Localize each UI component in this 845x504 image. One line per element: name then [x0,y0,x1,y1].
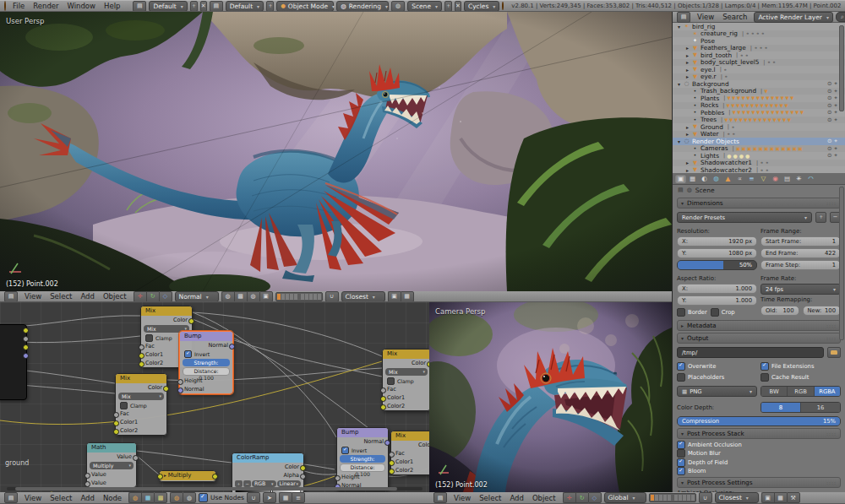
blend-mode-dropdown[interactable]: Mix [118,393,164,400]
layers-widget[interactable] [649,493,696,502]
browse-folder-icon[interactable] [827,347,841,358]
node-mix-2[interactable]: Mix Color Mix Clamp Fac Color1 Color2 [115,373,167,436]
outliner-row-bird-tooth[interactable]: ▸▼bird_tooth|⚬⚬ [673,51,845,59]
shading-dropdown[interactable]: ◍Rendering [336,1,389,12]
socket-color-output[interactable] [300,465,306,471]
blender-logo-icon[interactable] [4,1,6,11]
outliner-row-background[interactable]: ▾◌Background⊙⌖ [673,80,845,88]
strength-slider[interactable]: Strength: 1.000 [340,455,385,463]
editor-type-button[interactable]: ▤ [433,492,447,503]
rgba-button[interactable]: RGBA [815,387,840,396]
socket-color2-input[interactable] [389,469,395,474]
outliner-row-eye-r[interactable]: ▸▼eye.r|⚬ [673,73,845,81]
menu-view[interactable]: View [450,494,475,502]
menu-render[interactable]: Render [29,2,63,10]
layer-cell[interactable] [294,294,297,300]
snap-target-dropdown[interactable]: Closest [715,492,759,503]
editor-type-button[interactable]: ▤ [677,12,690,23]
socket-fac-input[interactable] [113,412,119,418]
socket-color-output[interactable] [427,361,429,367]
selectable-icon[interactable]: ⌖ [834,117,840,123]
node-mix-4[interactable]: Mix Color Fac Color1 Color2 [390,431,429,475]
outliner-row-trash-background[interactable]: •Trash_background|▼⊙⌖ [673,88,845,95]
socket-color-output[interactable] [163,386,169,392]
socket-color1-input[interactable] [380,396,386,402]
display-mode-dropdown[interactable]: Active Render Layer [754,12,833,23]
snap-magnet-icon[interactable]: ∪ [699,492,712,503]
scene-dropdown[interactable]: Scene [407,1,442,12]
layer-cell[interactable] [651,495,654,501]
node-title[interactable]: Bump [180,332,232,341]
layer-cell[interactable] [668,495,671,501]
expand-toggle-icon[interactable]: ▸ [684,124,691,130]
mode-dropdown[interactable]: ●Object Mode [276,1,334,12]
depth-16-button[interactable]: 16 [801,403,840,412]
screen-layout-icon[interactable]: ▤ [133,1,146,12]
menu-node[interactable]: Node [99,494,126,502]
shading-solid-icon[interactable]: ◍ [221,291,234,302]
node-title[interactable]: Mix [383,350,429,359]
screen-layout-dropdown[interactable]: Default [149,1,187,12]
node-editor[interactable]: ground Mix Color Mix Clamp Fac Color1 Co… [0,302,429,492]
layer-cell[interactable] [655,495,658,501]
checkbox-motion-blur[interactable]: Motion Blur [677,450,841,458]
socket-color-output[interactable] [188,318,194,324]
socket-color1-input[interactable] [389,460,395,466]
file-extensions-checkbox[interactable]: File Extensions [760,362,841,371]
layout2-dropdown[interactable]: Default [226,1,264,12]
close-layout-button[interactable]: ✕ [200,1,207,12]
frame-step-field[interactable]: Frame Step:1 [760,260,841,270]
pin-icon[interactable]: ➤ [263,492,276,503]
layer-cell[interactable] [679,495,682,501]
panel-output-header[interactable]: ▾Output:::: [677,333,841,344]
editor-type-button[interactable]: ▤ [4,492,18,503]
outliner-scrollbar[interactable] [839,25,844,111]
expand-toggle-icon[interactable]: ▾ [675,138,683,144]
selectable-icon[interactable]: ⌖ [834,152,840,159]
rotate-manipulator-icon[interactable]: ↻ [146,291,159,302]
editor-type-button[interactable]: ▤ [678,187,684,193]
expand-toggle-icon[interactable]: ▸ [684,167,691,173]
properties-scrollbar[interactable] [839,187,844,340]
depth-8-button[interactable]: 8 [761,403,801,412]
tab-render[interactable]: ▣ [675,174,686,183]
menu-select[interactable]: Select [46,292,76,301]
overwrite-checkbox[interactable]: Overwrite [677,362,757,371]
node-partial[interactable] [0,324,27,400]
menu-add[interactable]: Add [76,292,98,301]
socket-color-output[interactable] [212,474,218,480]
socket-color2-input[interactable] [139,361,144,367]
layout2-icon[interactable]: ▤ [210,1,223,12]
crop-checkbox[interactable]: Crop [711,308,735,317]
socket-value-output[interactable] [133,455,139,461]
add-stop-button[interactable]: ＋ [235,480,243,487]
strength-slider[interactable]: Strength: 0.400 [183,359,230,366]
outliner-row-cameras[interactable]: •Cameras|▣▣▣▣▣▣▣▣▣▣▣▣⊙⌖ [673,145,845,153]
node-title[interactable]: ▸Multiply [160,471,215,480]
bw-button[interactable]: BW [761,387,788,396]
menu-file[interactable]: File [8,2,29,10]
expand-toggle-icon[interactable]: ▾ [675,24,683,30]
layer-cell[interactable] [313,294,317,300]
transform-orientation-dropdown[interactable]: Global [604,492,646,503]
socket-fac-input[interactable] [380,387,386,393]
snap-target-dropdown[interactable]: Closest [341,291,385,302]
expand-toggle-icon[interactable]: ▾ [675,81,683,87]
socket-fac-input[interactable] [389,452,395,458]
node-multiply-collapsed[interactable]: ▸Multiply [159,470,216,482]
socket-color1-input[interactable] [113,420,119,426]
socket-color1-input[interactable] [139,353,144,359]
end-frame-field[interactable]: End Frame:422 [760,248,841,258]
border-checkbox[interactable]: Border [677,308,707,317]
expand-toggle-icon[interactable]: ▸ [684,160,691,165]
aspect-y-field[interactable]: Y:1.000 [677,295,757,306]
socket-color-output[interactable] [23,328,29,333]
layers-widget[interactable] [275,292,323,301]
layer-cell[interactable] [281,294,285,300]
menu-window[interactable]: Window [63,2,101,10]
tab-material[interactable]: ◉ [770,174,781,183]
tab-constraints[interactable]: ∝ [734,174,745,183]
node-title[interactable]: Bump [337,428,388,437]
remap-old-field[interactable]: Old:100 [760,306,799,316]
layer-cell[interactable] [674,495,678,501]
